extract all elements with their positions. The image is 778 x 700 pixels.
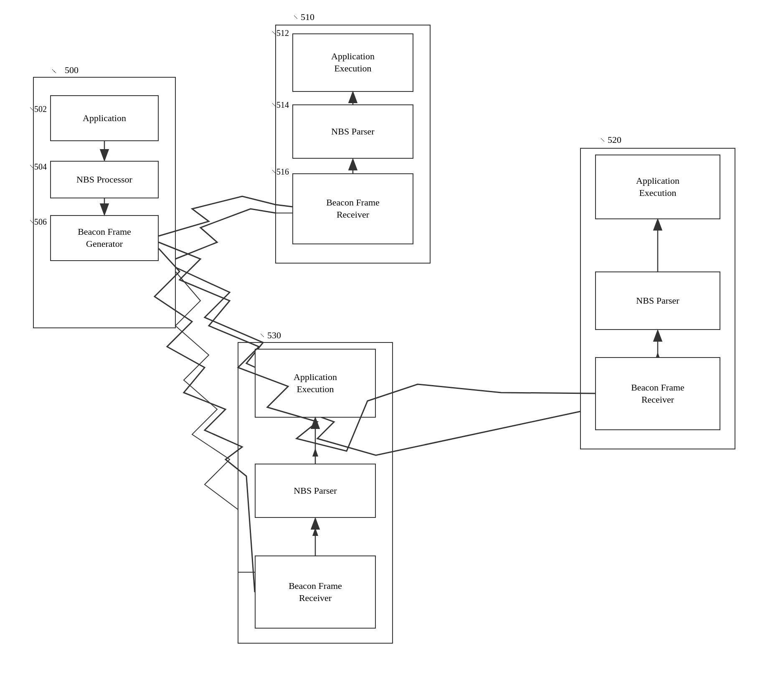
520-app-exec-label: ApplicationExecution	[636, 175, 679, 199]
box-510-app-exec: ApplicationExecution	[292, 33, 413, 92]
label-504: 504	[34, 162, 47, 172]
label-500: 500	[65, 65, 79, 76]
label-506: 506	[34, 217, 47, 227]
label-520: 520	[608, 134, 621, 145]
530-beacon-receiver-label: Beacon FrameReceiver	[289, 580, 342, 604]
box-application: Application	[50, 95, 159, 141]
520-nbs-parser-label: NBS Parser	[636, 295, 679, 307]
arrow-514: ⟍	[271, 101, 277, 109]
520-beacon-receiver-label: Beacon FrameReceiver	[631, 382, 684, 406]
arrow-506: ⟍	[28, 218, 35, 226]
diagram-container: 500 ⟍ 502 ⟍ Application 504 ⟍ NBS Proces…	[0, 0, 778, 700]
arrow-520: ⟍	[599, 136, 606, 144]
label-510: 510	[301, 12, 314, 23]
box-510-nbs-parser: NBS Parser	[292, 104, 413, 159]
box-510-beacon-receiver: Beacon FrameReceiver	[292, 173, 413, 244]
box-530-app-exec: ApplicationExecution	[255, 349, 376, 418]
510-beacon-receiver-label: Beacon FrameReceiver	[326, 197, 380, 221]
label-502: 502	[34, 104, 47, 114]
label-512: 512	[276, 28, 289, 38]
530-app-exec-label: ApplicationExecution	[294, 371, 337, 395]
box-beacon-frame-generator: Beacon FrameGenerator	[50, 215, 159, 261]
530-nbs-parser-label: NBS Parser	[294, 485, 337, 497]
box-520-beacon-receiver: Beacon FrameReceiver	[595, 357, 720, 430]
arrow-504: ⟍	[28, 163, 35, 170]
510-nbs-parser-label: NBS Parser	[331, 126, 374, 138]
arrow-502: ⟍	[28, 105, 35, 113]
box-530-beacon-receiver: Beacon FrameReceiver	[255, 555, 376, 629]
box-530-nbs-parser: NBS Parser	[255, 464, 376, 518]
arrow-500: ⟍	[50, 67, 58, 76]
box-520-app-exec: ApplicationExecution	[595, 155, 720, 219]
510-app-exec-label: ApplicationExecution	[331, 51, 375, 74]
arrow-516: ⟍	[271, 168, 277, 175]
label-516: 516	[276, 167, 289, 177]
beacon-frame-generator-label: Beacon FrameGenerator	[78, 226, 131, 250]
arrow-512: ⟍	[271, 29, 277, 37]
box-520-nbs-parser: NBS Parser	[595, 271, 720, 330]
arrow-530: ⟍	[259, 332, 266, 339]
nbs-processor-label: NBS Processor	[76, 174, 132, 186]
label-530: 530	[267, 330, 281, 341]
application-label: Application	[83, 112, 126, 124]
label-514: 514	[276, 100, 289, 110]
arrow-510: ⟍	[292, 13, 299, 21]
box-nbs-processor: NBS Processor	[50, 161, 159, 198]
